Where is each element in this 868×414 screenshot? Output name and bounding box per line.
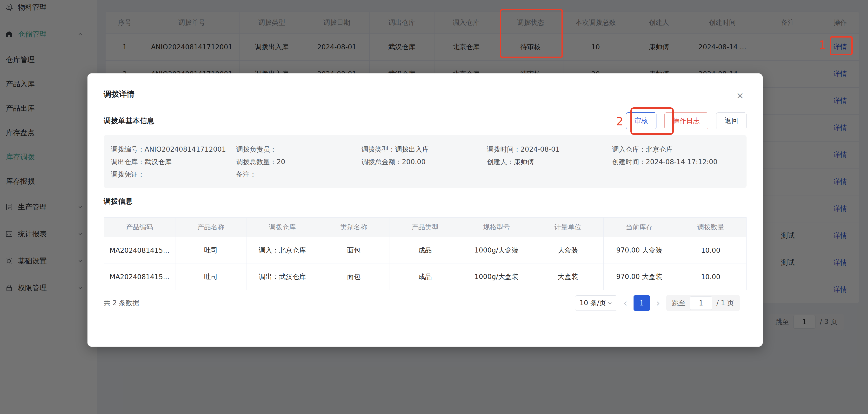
jump-label: 跳至 — [672, 299, 686, 308]
detail-section-title: 调拨信息 — [104, 196, 747, 206]
info-value: 调拨出入库 — [395, 145, 429, 153]
table-cell: MA2024081415... — [104, 264, 175, 290]
column-header: 调拨数量 — [675, 217, 746, 237]
column-header: 产品类型 — [390, 217, 461, 237]
table-cell: MA2024081415... — [104, 237, 175, 264]
jump-page-input[interactable] — [690, 296, 712, 310]
info-label: 调拨总数量： — [236, 158, 277, 166]
table-row: MA2024081415...吐司调出：武汉仓库面包成品1000g/大盒装大盒装… — [104, 264, 746, 290]
info-field: 调入仓库：北京仓库 — [612, 145, 737, 154]
info-field: 调拨总数量：20 — [236, 158, 362, 167]
info-label: 调拨总金额： — [362, 158, 402, 166]
info-value: 20 — [277, 158, 285, 166]
chevron-down-icon — [607, 300, 613, 306]
table-cell: 10.00 — [675, 264, 746, 290]
info-field: 调拨负责员： — [236, 145, 362, 154]
info-label: 调拨时间： — [487, 145, 521, 153]
operation-log-button[interactable]: 操作日志 — [664, 112, 708, 129]
table-cell: 成品 — [390, 264, 461, 290]
column-header: 类别名称 — [318, 217, 390, 237]
info-field: 创建时间：2024-08-14 17:12:00 — [612, 158, 737, 167]
column-header: 产品编码 — [104, 217, 175, 237]
info-label: 调入仓库： — [612, 145, 646, 153]
info-field: 调拨时间：2024-08-01 — [487, 145, 612, 154]
info-label: 调拨类型： — [362, 145, 395, 153]
table-cell: 面包 — [318, 237, 390, 264]
info-label: 备注： — [236, 170, 256, 178]
column-header: 当前库存 — [603, 217, 675, 237]
info-label: 调拨凭证： — [111, 170, 145, 178]
column-header: 产品名称 — [175, 217, 247, 237]
transfer-items-table: 产品编码产品名称调拨仓库类别名称产品类型规格型号计量单位当前库存调拨数量 MA2… — [104, 217, 747, 290]
modal-table-footer: 共 2 条数据 10 条/页 ‹ 1 › 跳至 / 1 页 — [104, 295, 747, 311]
info-field: 调拨编号：ANIO202408141712001 — [111, 145, 236, 154]
modal-title: 调拨详情 — [104, 89, 747, 99]
table-cell: 调出：武汉仓库 — [247, 264, 318, 290]
table-cell: 大盒装 — [532, 264, 603, 290]
page-size-select[interactable]: 10 条/页 — [575, 295, 617, 311]
info-field: 备注： — [236, 170, 362, 179]
table-cell: 吐司 — [175, 237, 247, 264]
info-label: 调拨负责员： — [236, 145, 277, 153]
info-row: 调拨凭证：备注： — [111, 168, 747, 181]
table-row: MA2024081415...吐司调入：北京仓库面包成品1000g/大盒装大盒装… — [104, 237, 746, 264]
basic-info-section-title: 调拨单基本信息 — [104, 116, 154, 126]
audit-button[interactable]: 审核 — [626, 112, 656, 129]
basic-info-panel: 调拨编号：ANIO202408141712001调拨负责员：调拨类型：调拨出入库… — [104, 135, 747, 188]
info-value: 200.00 — [402, 158, 426, 166]
info-field: 调拨总金额：200.00 — [362, 158, 487, 167]
info-value: 2024-08-01 — [521, 145, 560, 153]
info-label: 调拨编号： — [111, 145, 145, 153]
info-label: 创建时间： — [612, 158, 646, 166]
total-pages-label: / 1 页 — [716, 299, 734, 308]
info-value: 2024-08-14 17:12:00 — [646, 158, 717, 166]
info-field: 调拨凭证： — [111, 170, 236, 179]
info-value: 康帅傅 — [514, 158, 534, 166]
transfer-detail-modal: 调拨详情 ✕ 调拨单基本信息 审核 操作日志 返回 调拨编号：ANIO20240… — [88, 73, 763, 347]
table-cell: 10.00 — [675, 237, 746, 264]
table-cell: 面包 — [318, 264, 390, 290]
table-cell: 1000g/大盒装 — [461, 237, 532, 264]
info-field: 调出仓库：武汉仓库 — [111, 158, 236, 167]
info-field: 创建人：康帅傅 — [487, 158, 612, 167]
page-size-value: 10 条/页 — [580, 299, 606, 308]
column-header: 规格型号 — [461, 217, 532, 237]
total-count-label: 共 2 条数据 — [104, 299, 139, 308]
info-value: 北京仓库 — [646, 145, 673, 153]
info-field: 调拨类型：调拨出入库 — [362, 145, 487, 154]
column-header: 计量单位 — [532, 217, 603, 237]
table-cell: 大盒装 — [532, 237, 603, 264]
close-icon[interactable]: ✕ — [735, 91, 745, 101]
info-label: 调出仓库： — [111, 158, 145, 166]
next-page-icon[interactable]: › — [656, 296, 660, 310]
prev-page-icon[interactable]: ‹ — [623, 296, 627, 310]
info-label: 创建人： — [487, 158, 514, 166]
table-cell: 吐司 — [175, 264, 247, 290]
info-value: 武汉仓库 — [145, 158, 172, 166]
table-cell: 970.00 大盒装 — [603, 237, 675, 264]
table-cell: 调入：北京仓库 — [247, 237, 318, 264]
info-row: 调出仓库：武汉仓库调拨总数量：20调拨总金额：200.00创建人：康帅傅创建时间… — [111, 156, 747, 168]
table-cell: 1000g/大盒装 — [461, 264, 532, 290]
info-value: ANIO202408141712001 — [145, 145, 226, 153]
table-cell: 970.00 大盒装 — [603, 264, 675, 290]
current-page-button[interactable]: 1 — [633, 295, 650, 311]
back-button[interactable]: 返回 — [716, 112, 747, 129]
table-cell: 成品 — [390, 237, 461, 264]
info-row: 调拨编号：ANIO202408141712001调拨负责员：调拨类型：调拨出入库… — [111, 143, 747, 156]
column-header: 调拨仓库 — [247, 217, 318, 237]
